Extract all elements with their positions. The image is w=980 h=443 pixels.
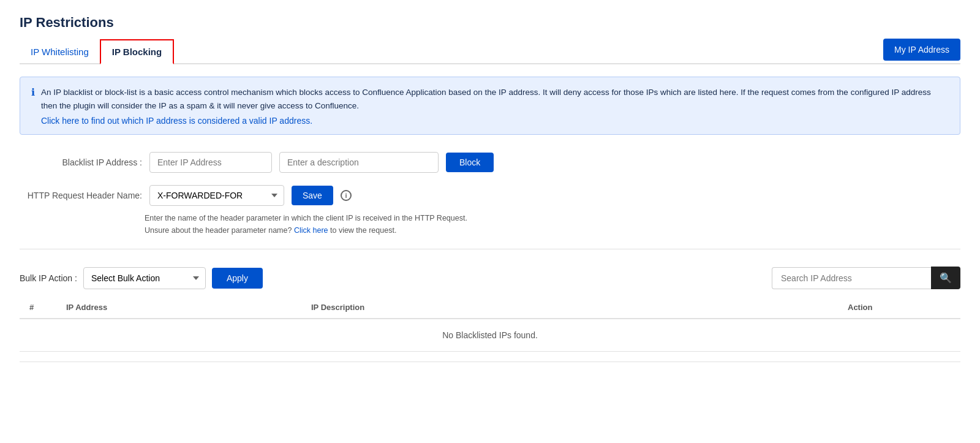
header-form-row: HTTP Request Header Name: X-FORWARDED-FO… [20,185,960,206]
blacklist-label: Blacklist IP Address : [20,157,142,167]
bulk-label: Bulk IP Action : [20,273,77,283]
bulk-row: Bulk IP Action : Select Bulk Action Dele… [20,259,960,297]
bulk-right: 🔍 [772,267,960,289]
header-select[interactable]: X-FORWARDED-FOR REMOTE_ADDR [149,185,284,206]
divider [20,249,960,249]
help-text-1: Enter the name of the header parameter i… [145,214,467,222]
table-bottom-divider [20,362,960,362]
tabs-row: IP Whitelisting IP Blocking My IP Addres… [20,38,960,64]
blacklist-form: Blacklist IP Address : Block [20,152,960,173]
header-help-text: Enter the name of the header parameter i… [145,212,960,237]
col-desc: IP Description [301,297,838,319]
ip-table: # IP Address IP Description Action No Bl… [20,297,960,352]
search-button[interactable]: 🔍 [931,267,960,289]
header-label: HTTP Request Header Name: [20,191,142,200]
page-title: IP Restrictions [20,15,960,31]
bulk-action-select[interactable]: Select Bulk Action Delete Selected [83,267,206,289]
save-button[interactable]: Save [292,186,333,205]
empty-row: No Blacklisted IPs found. [20,319,960,352]
tabs-left: IP Whitelisting IP Blocking [20,38,174,63]
description-input[interactable] [279,152,439,173]
col-action: Action [838,297,960,319]
header-form: HTTP Request Header Name: X-FORWARDED-FO… [20,185,960,237]
page-container: IP Restrictions IP Whitelisting IP Block… [0,0,980,387]
tab-ip-whitelisting[interactable]: IP Whitelisting [20,39,100,64]
info-box-text: An IP blacklist or block-list is a basic… [41,86,949,112]
col-ip: IP Address [56,297,301,319]
info-box-link[interactable]: Click here to find out which IP address … [41,116,312,126]
help-text-3: to view the request. [330,226,396,235]
apply-button[interactable]: Apply [212,268,263,289]
info-box-content: An IP blacklist or block-list is a basic… [41,86,949,126]
blacklist-form-row: Blacklist IP Address : Block [20,152,960,173]
info-box: ℹ An IP blacklist or block-list is a bas… [20,77,960,135]
empty-message: No Blacklisted IPs found. [20,319,960,352]
block-button[interactable]: Block [446,153,494,172]
tab-ip-blocking[interactable]: IP Blocking [100,39,174,64]
search-ip-input[interactable] [772,267,931,289]
search-icon: 🔍 [940,272,952,284]
col-hash: # [20,297,56,319]
my-ip-address-button[interactable]: My IP Address [883,39,960,61]
header-info-icon[interactable]: i [341,190,352,201]
ip-address-input[interactable] [149,152,272,173]
info-icon: ℹ [31,86,35,98]
bulk-left: Bulk IP Action : Select Bulk Action Dele… [20,267,263,289]
help-text-2: Unsure about the header parameter name? [145,226,292,235]
click-here-link[interactable]: Click here [294,226,328,235]
table-header-row: # IP Address IP Description Action [20,297,960,319]
